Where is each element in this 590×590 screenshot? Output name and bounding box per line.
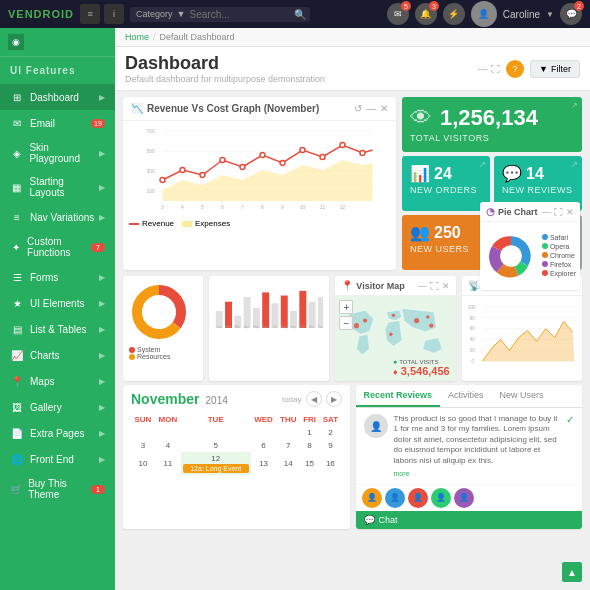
cal-day-event[interactable]: 12 12a: Long Event — [181, 452, 251, 475]
maximize-icon[interactable]: ⛶ — [491, 64, 500, 74]
review-check-icon: ✓ — [566, 414, 574, 478]
cal-header-tue: TUE — [181, 413, 251, 426]
sidebar-item-custom[interactable]: ✦ Custom Functions 7 — [0, 230, 115, 264]
svg-rect-43 — [318, 297, 323, 328]
user-avatar[interactable]: 👤 — [471, 1, 497, 27]
cal-day[interactable] — [277, 426, 300, 439]
sidebar-toggle[interactable]: ◉ — [8, 34, 24, 50]
sidebar-item-lists[interactable]: ▤ List & Tables ▶ — [0, 316, 115, 342]
chat-bar[interactable]: 💬 Chat — [356, 511, 583, 529]
sidebar-item-skin[interactable]: ◈ Skin Playground ▶ — [0, 136, 115, 170]
tab-activities[interactable]: Activities — [440, 385, 492, 407]
sidebar-item-buy[interactable]: 🛒 Buy This Theme 1 — [0, 472, 115, 506]
search-separator: ▼ — [177, 9, 186, 19]
help-button[interactable]: ? — [506, 60, 524, 78]
visitors-label: TOTAL VISITORS — [410, 133, 574, 143]
visitors-number: 1,256,134 — [440, 107, 538, 129]
calendar-header: November 2014 today ◀ ▶ — [131, 391, 342, 407]
filter-button[interactable]: ▼ Filter — [530, 60, 580, 78]
explorer-dot — [542, 270, 548, 276]
gallery-icon: 🖼 — [10, 400, 24, 414]
sidebar-item-email[interactable]: ✉ Email 19 — [0, 110, 115, 136]
cal-day[interactable]: 14 — [277, 452, 300, 475]
calendar-next-btn[interactable]: ▶ — [326, 391, 342, 407]
minimize-icon[interactable]: — — [478, 64, 487, 74]
cal-day[interactable]: 16 — [319, 452, 341, 475]
dashboard-arrow: ▶ — [99, 93, 105, 102]
cal-day[interactable]: 6 — [251, 439, 277, 452]
sidebar-item-layouts[interactable]: ▦ Starting Layouts ▶ — [0, 170, 115, 204]
user-avatar-4[interactable]: 👤 — [431, 488, 451, 508]
breadcrumb-home[interactable]: Home — [125, 32, 149, 42]
cal-day[interactable]: 5 — [181, 439, 251, 452]
map-popout-btn[interactable]: ⛶ — [430, 281, 439, 291]
user-avatar-2[interactable]: 👤 — [385, 488, 405, 508]
calendar-controls: today ◀ ▶ — [282, 391, 342, 407]
sidebar-item-ui[interactable]: ★ UI Elements ▶ — [0, 290, 115, 316]
map-zoom-in-btn[interactable]: + — [339, 300, 353, 314]
user-dropdown-icon[interactable]: ▼ — [546, 10, 554, 19]
sidebar-item-extra[interactable]: 📄 Extra Pages ▶ — [0, 420, 115, 446]
user-avatar-1[interactable]: 👤 — [362, 488, 382, 508]
notifications-button[interactable]: 🔔 3 — [415, 3, 437, 25]
sidebar-label-maps: Maps — [30, 376, 54, 387]
map-close-btn[interactable]: ✕ — [442, 281, 450, 291]
cal-day[interactable]: 3 — [131, 439, 155, 452]
chart-refresh-btn[interactable]: ↺ — [354, 103, 362, 114]
user-avatar-5[interactable]: 👤 — [454, 488, 474, 508]
cal-header-wed: WED — [251, 413, 277, 426]
review-more-link[interactable]: more — [394, 470, 410, 477]
scroll-to-top-button[interactable]: ▲ — [562, 562, 582, 582]
svg-text:Jan: Jan — [216, 325, 221, 329]
alerts-button[interactable]: ⚡ — [443, 3, 465, 25]
cal-day[interactable]: 13 — [251, 452, 277, 475]
cal-day[interactable]: 1 — [300, 426, 319, 439]
review-text: This product is so good that I manage to… — [394, 414, 561, 466]
sidebar-label-frontend: Front End — [30, 454, 74, 465]
map-minimize-btn[interactable]: — — [418, 281, 427, 291]
pie-minimize-btn[interactable]: — — [542, 207, 551, 217]
search-icon[interactable]: 🔍 — [294, 9, 306, 20]
sidebar-item-maps[interactable]: 📍 Maps ▶ — [0, 368, 115, 394]
sidebar-item-nav[interactable]: ≡ Nav Variations ▶ — [0, 204, 115, 230]
search-input[interactable] — [190, 9, 290, 20]
sidebar-item-forms[interactable]: ☰ Forms ▶ — [0, 264, 115, 290]
sidebar-item-dashboard[interactable]: ⊞ Dashboard ▶ — [0, 84, 115, 110]
messages-button[interactable]: ✉ 5 — [387, 3, 409, 25]
calendar-prev-btn[interactable]: ◀ — [306, 391, 322, 407]
sidebar-label-skin: Skin Playground — [29, 142, 99, 164]
sidebar-item-frontend[interactable]: 🌐 Front End ▶ — [0, 446, 115, 472]
tab-new-users[interactable]: New Users — [492, 385, 552, 407]
cal-day[interactable]: 7 — [277, 439, 300, 452]
cal-header-thu: THU — [277, 413, 300, 426]
cal-day[interactable] — [131, 426, 155, 439]
user-avatar-3[interactable]: 👤 — [408, 488, 428, 508]
info-button[interactable]: i — [104, 4, 124, 24]
cal-day[interactable]: 9 — [319, 439, 341, 452]
map-zoom-out-btn[interactable]: − — [339, 316, 353, 330]
cal-day[interactable]: 15 — [300, 452, 319, 475]
stat-card-orders[interactable]: ↗ 📊 24 NEW ORDERS — [402, 156, 490, 211]
system-label: System — [137, 346, 160, 353]
stat-card-users[interactable]: ↗ 👥 250 NEW USERS — [402, 215, 490, 270]
cal-day[interactable]: 2 — [319, 426, 341, 439]
tab-recent-reviews[interactable]: Recent Reviews — [356, 385, 441, 407]
cal-header-sat: SAT — [319, 413, 341, 426]
menu-toggle-button[interactable]: ≡ — [80, 4, 100, 24]
cal-event-label[interactable]: 12a: Long Event — [183, 464, 249, 473]
cal-day[interactable]: 11 — [155, 452, 181, 475]
pie-popout-btn[interactable]: ⛶ — [554, 207, 563, 217]
stat-card-visitors[interactable]: ↗ 👁 1,256,134 TOTAL VISITORS — [402, 97, 582, 152]
cal-day[interactable] — [181, 426, 251, 439]
cal-day[interactable] — [155, 426, 181, 439]
cal-day[interactable]: 4 — [155, 439, 181, 452]
sidebar-item-gallery[interactable]: 🖼 Gallery ▶ — [0, 394, 115, 420]
pie-close-btn[interactable]: ✕ — [566, 207, 574, 217]
sidebar-item-charts[interactable]: 📈 Charts ▶ — [0, 342, 115, 368]
cal-day[interactable]: 10 — [131, 452, 155, 475]
cal-day[interactable] — [251, 426, 277, 439]
chat-button[interactable]: 💬 2 — [560, 3, 582, 25]
chart-close-btn[interactable]: ✕ — [380, 103, 388, 114]
chart-minimize-btn[interactable]: — — [366, 103, 376, 114]
cal-day[interactable]: 8 — [300, 439, 319, 452]
